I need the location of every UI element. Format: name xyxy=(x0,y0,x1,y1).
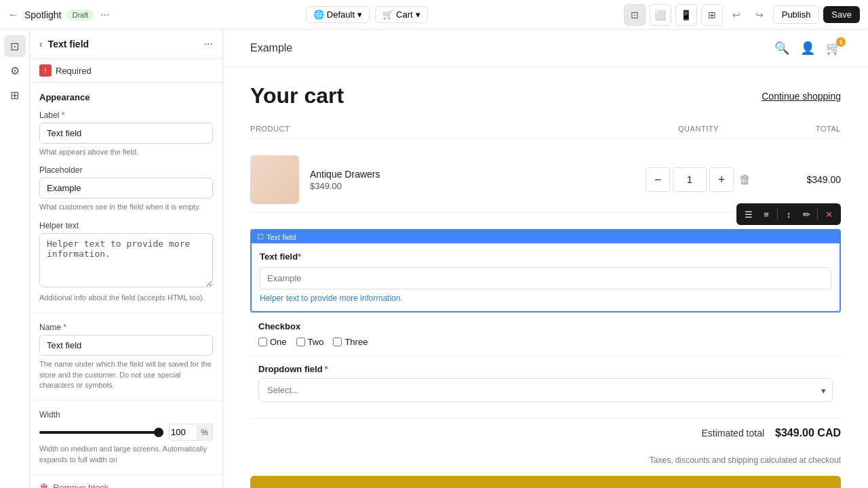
chevron-down-icon: ▾ xyxy=(357,9,362,20)
cart-badge: 1 xyxy=(836,37,846,47)
checkbox-two-input[interactable] xyxy=(296,338,305,346)
icon-nav: ⊡ ⚙ ⊞ xyxy=(0,30,30,488)
cart-item-details: Antique Drawers $349.00 xyxy=(310,169,637,191)
width-number-input[interactable] xyxy=(170,424,197,440)
estimated-total-value: $349.00 CAD xyxy=(775,427,841,439)
dropdown-field-label: Dropdown field * xyxy=(258,364,833,374)
name-input[interactable] xyxy=(39,335,213,356)
nav-default-button[interactable]: 🌐 Default ▾ xyxy=(306,6,370,23)
toolbar-move[interactable]: ↕ xyxy=(781,206,797,222)
panel-title: Text field xyxy=(48,39,199,49)
checkbox-one-label: One xyxy=(270,337,287,347)
toolbar-align-justify[interactable]: ≡ xyxy=(758,206,774,222)
nav-title: Spotlight xyxy=(24,9,61,20)
checkout-button[interactable]: Check out xyxy=(250,476,841,488)
qty-decrease-button[interactable]: − xyxy=(646,167,670,192)
desktop-view-button[interactable]: ⊡ xyxy=(624,4,646,26)
helper-text-input[interactable]: Helper text to provide more information. xyxy=(39,233,213,287)
label-hint: What appears above the field. xyxy=(39,147,213,157)
width-hint: Width on medium and large screens. Autom… xyxy=(39,444,213,465)
text-field-popup-label: Text field xyxy=(267,233,296,241)
nav-right: ⊡ ⬜ 📱 ⊞ ↩ ↪ Publish Save xyxy=(624,4,860,26)
cart-icon[interactable]: 🛒 1 xyxy=(826,41,841,56)
name-section: Name * The name under which the field wi… xyxy=(30,313,222,401)
checkbox-three-input[interactable] xyxy=(333,338,342,346)
placeholder-input[interactable] xyxy=(39,178,213,199)
dropdown-field: Dropdown field * Select... ▾ xyxy=(250,355,841,410)
estimated-total-row: Estimated total $349.00 CAD xyxy=(250,418,841,447)
dropdown-select-wrap: Select... ▾ xyxy=(258,378,833,402)
nav-draft-badge: Draft xyxy=(66,9,94,20)
redo-button[interactable]: ↪ xyxy=(750,5,769,24)
required-icon: ! xyxy=(39,64,52,77)
toolbar-edit[interactable]: ✏ xyxy=(798,206,814,222)
width-slider[interactable] xyxy=(39,431,163,434)
chevron-down-icon-2: ▾ xyxy=(416,9,420,20)
nav-back-icon[interactable]: ← xyxy=(8,9,19,21)
toolbar-divider-2 xyxy=(817,209,818,220)
account-icon[interactable]: 👤 xyxy=(800,41,815,56)
placeholder-hint: What customers see in the field when it … xyxy=(39,202,213,212)
panel-back-icon[interactable]: ‹ xyxy=(39,39,43,49)
toolbar-delete[interactable]: ✕ xyxy=(821,206,837,222)
cart-summary: Estimated total $349.00 CAD xyxy=(223,410,868,455)
mobile-view-button[interactable]: 📱 xyxy=(675,4,697,26)
helper-text-hint: Additional info about the field (accepts… xyxy=(39,293,213,303)
remove-block-button[interactable]: 🗑 Remove block xyxy=(30,475,222,488)
nav-more-icon[interactable]: ··· xyxy=(100,9,109,21)
search-icon[interactable]: 🔍 xyxy=(774,41,789,56)
custom-view-button[interactable]: ⊞ xyxy=(701,4,723,26)
tf-helper: Helper text to provide more information. xyxy=(260,293,831,303)
checkbox-option-one: One xyxy=(258,337,287,347)
cart-item-image xyxy=(250,155,299,204)
cart-title: Your cart xyxy=(250,83,344,108)
dropdown-select[interactable]: Select... xyxy=(258,378,833,402)
publish-button[interactable]: Publish xyxy=(773,5,820,24)
qty-increase-button[interactable]: + xyxy=(709,167,734,192)
checkbox-option-three: Three xyxy=(333,337,368,347)
custom-fields-area: ☰ ≡ ↕ ✏ ✕ ☐ Text field xyxy=(223,229,868,410)
text-field-popup: ☐ Text field Text field* Helper text to … xyxy=(250,229,841,312)
nav-center: 🌐 Default ▾ 🛒 Cart ▾ xyxy=(306,6,428,23)
panel-header: ‹ Text field ··· xyxy=(30,30,222,59)
checkout-btn-wrap: Check out xyxy=(223,476,868,488)
nav-apps-icon[interactable]: ⊞ xyxy=(4,84,26,106)
checkbox-one-input[interactable] xyxy=(258,338,267,346)
width-input-wrap: % xyxy=(169,424,213,441)
continue-shopping-link[interactable]: Continue shopping xyxy=(762,91,841,102)
delete-item-icon[interactable]: 🗑 xyxy=(739,173,751,187)
label-field-label: Label * xyxy=(39,110,213,120)
qty-value: 1 xyxy=(673,167,707,192)
nav-cart-button[interactable]: 🛒 Cart ▾ xyxy=(375,6,428,23)
remove-block-label: Remove block xyxy=(53,483,108,488)
toolbar-align-left[interactable]: ☰ xyxy=(741,206,757,222)
nav-settings-icon[interactable]: ⚙ xyxy=(4,60,26,81)
name-field-label: Name * xyxy=(39,323,213,332)
product-col-header: PRODUCT xyxy=(250,125,637,133)
right-preview: Example 🔍 👤 🛒 1 Your cart Continue shopp… xyxy=(223,30,868,488)
save-button[interactable]: Save xyxy=(823,6,860,23)
label-input[interactable] xyxy=(39,123,213,144)
tf-input[interactable] xyxy=(260,267,831,289)
tablet-view-button[interactable]: ⬜ xyxy=(650,4,671,26)
left-panel: ‹ Text field ··· ! Required Appearance L… xyxy=(30,30,223,488)
text-field-container: ☰ ≡ ↕ ✏ ✕ ☐ Text field xyxy=(250,229,841,312)
width-unit: % xyxy=(197,425,212,440)
checkbox-field: Checkbox One Two Three xyxy=(250,312,841,355)
cart-icon: 🛒 xyxy=(382,9,393,20)
undo-button[interactable]: ↩ xyxy=(727,5,746,24)
nav-blocks-icon[interactable]: ⊡ xyxy=(4,35,26,57)
toolbar-divider-1 xyxy=(777,209,778,220)
store-header: Example 🔍 👤 🛒 1 xyxy=(223,30,868,67)
cart-item-price: $349.00 xyxy=(310,181,637,191)
helper-text-field-label: Helper text xyxy=(39,221,213,230)
field-toolbar: ☰ ≡ ↕ ✏ ✕ xyxy=(736,203,841,225)
text-field-wrapper: ☰ ≡ ↕ ✏ ✕ ☐ Text field xyxy=(250,229,841,312)
checkbox-three-label: Three xyxy=(344,337,368,347)
nav-default-label: Default xyxy=(327,9,355,20)
width-section: Width % Width on medium and large screen… xyxy=(30,401,222,475)
top-nav: ← Spotlight Draft ··· 🌐 Default ▾ 🛒 Cart… xyxy=(0,0,868,30)
panel-more-icon[interactable]: ··· xyxy=(204,38,213,50)
item-total: $349.00 xyxy=(760,174,841,185)
checkbox-two-label: Two xyxy=(308,337,324,347)
